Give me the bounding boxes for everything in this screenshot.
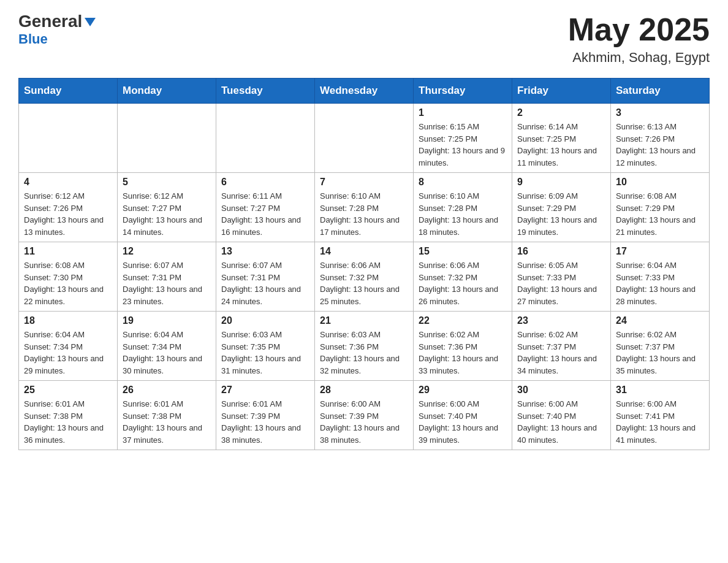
day-number: 6 <box>221 177 309 188</box>
day-info: Sunrise: 6:06 AM Sunset: 7:32 PM Dayligh… <box>419 259 507 307</box>
calendar-cell: 7Sunrise: 6:10 AM Sunset: 7:28 PM Daylig… <box>315 173 414 242</box>
calendar-cell: 29Sunrise: 6:00 AM Sunset: 7:40 PM Dayli… <box>414 381 512 450</box>
day-info: Sunrise: 6:08 AM Sunset: 7:30 PM Dayligh… <box>24 259 112 307</box>
day-number: 18 <box>24 315 112 326</box>
day-info: Sunrise: 6:11 AM Sunset: 7:27 PM Dayligh… <box>221 190 309 238</box>
calendar-cell: 30Sunrise: 6:00 AM Sunset: 7:40 PM Dayli… <box>512 381 611 450</box>
week-row-2: 4Sunrise: 6:12 AM Sunset: 7:26 PM Daylig… <box>19 173 710 242</box>
calendar-cell: 4Sunrise: 6:12 AM Sunset: 7:26 PM Daylig… <box>19 173 118 242</box>
day-info: Sunrise: 6:02 AM Sunset: 7:36 PM Dayligh… <box>419 329 507 377</box>
calendar-cell: 10Sunrise: 6:08 AM Sunset: 7:29 PM Dayli… <box>611 173 710 242</box>
day-info: Sunrise: 6:09 AM Sunset: 7:29 PM Dayligh… <box>517 190 605 238</box>
calendar-header-row: SundayMondayTuesdayWednesdayThursdayFrid… <box>19 79 710 104</box>
day-number: 27 <box>221 385 309 396</box>
calendar-cell: 21Sunrise: 6:03 AM Sunset: 7:36 PM Dayli… <box>315 312 414 381</box>
calendar-cell: 23Sunrise: 6:02 AM Sunset: 7:37 PM Dayli… <box>512 312 611 381</box>
calendar-cell: 1Sunrise: 6:15 AM Sunset: 7:25 PM Daylig… <box>414 104 512 173</box>
logo-general: General <box>18 12 82 31</box>
day-number: 10 <box>616 177 704 188</box>
day-number: 7 <box>320 177 408 188</box>
calendar-cell: 5Sunrise: 6:12 AM Sunset: 7:27 PM Daylig… <box>118 173 216 242</box>
calendar-cell: 12Sunrise: 6:07 AM Sunset: 7:31 PM Dayli… <box>118 242 216 312</box>
day-info: Sunrise: 6:14 AM Sunset: 7:25 PM Dayligh… <box>517 121 605 169</box>
day-number: 3 <box>616 107 704 118</box>
week-row-5: 25Sunrise: 6:01 AM Sunset: 7:38 PM Dayli… <box>19 381 710 450</box>
day-number: 22 <box>419 315 507 326</box>
day-number: 12 <box>123 246 211 257</box>
day-info: Sunrise: 6:00 AM Sunset: 7:40 PM Dayligh… <box>419 398 507 446</box>
day-number: 16 <box>517 246 605 257</box>
day-number: 19 <box>123 315 211 326</box>
day-number: 25 <box>24 385 112 396</box>
day-info: Sunrise: 6:04 AM Sunset: 7:33 PM Dayligh… <box>616 259 704 307</box>
day-info: Sunrise: 6:08 AM Sunset: 7:29 PM Dayligh… <box>616 190 704 238</box>
day-number: 2 <box>517 107 605 118</box>
day-info: Sunrise: 6:13 AM Sunset: 7:26 PM Dayligh… <box>616 121 704 169</box>
day-number: 24 <box>616 315 704 326</box>
calendar-table: SundayMondayTuesdayWednesdayThursdayFrid… <box>18 78 710 450</box>
calendar-cell: 19Sunrise: 6:04 AM Sunset: 7:34 PM Dayli… <box>118 312 216 381</box>
logo: General Blue <box>18 12 97 47</box>
day-number: 28 <box>320 385 408 396</box>
calendar-cell: 24Sunrise: 6:02 AM Sunset: 7:37 PM Dayli… <box>611 312 710 381</box>
logo-blue: Blue <box>18 31 48 47</box>
day-number: 11 <box>24 246 112 257</box>
day-header-sunday: Sunday <box>19 79 118 104</box>
calendar-cell: 8Sunrise: 6:10 AM Sunset: 7:28 PM Daylig… <box>414 173 512 242</box>
day-info: Sunrise: 6:15 AM Sunset: 7:25 PM Dayligh… <box>419 121 507 169</box>
day-info: Sunrise: 6:04 AM Sunset: 7:34 PM Dayligh… <box>123 329 211 377</box>
calendar-cell: 26Sunrise: 6:01 AM Sunset: 7:38 PM Dayli… <box>118 381 216 450</box>
day-number: 8 <box>419 177 507 188</box>
day-info: Sunrise: 6:07 AM Sunset: 7:31 PM Dayligh… <box>123 259 211 307</box>
calendar-cell: 20Sunrise: 6:03 AM Sunset: 7:35 PM Dayli… <box>216 312 315 381</box>
day-number: 9 <box>517 177 605 188</box>
calendar-cell: 2Sunrise: 6:14 AM Sunset: 7:25 PM Daylig… <box>512 104 611 173</box>
calendar-cell: 25Sunrise: 6:01 AM Sunset: 7:38 PM Dayli… <box>19 381 118 450</box>
day-number: 13 <box>221 246 309 257</box>
day-number: 4 <box>24 177 112 188</box>
day-number: 5 <box>123 177 211 188</box>
day-info: Sunrise: 6:10 AM Sunset: 7:28 PM Dayligh… <box>320 190 408 238</box>
day-info: Sunrise: 6:01 AM Sunset: 7:38 PM Dayligh… <box>123 398 211 446</box>
week-row-4: 18Sunrise: 6:04 AM Sunset: 7:34 PM Dayli… <box>19 312 710 381</box>
day-info: Sunrise: 6:06 AM Sunset: 7:32 PM Dayligh… <box>320 259 408 307</box>
day-info: Sunrise: 6:01 AM Sunset: 7:38 PM Dayligh… <box>24 398 112 446</box>
calendar-cell: 9Sunrise: 6:09 AM Sunset: 7:29 PM Daylig… <box>512 173 611 242</box>
day-info: Sunrise: 6:12 AM Sunset: 7:27 PM Dayligh… <box>123 190 211 238</box>
day-info: Sunrise: 6:07 AM Sunset: 7:31 PM Dayligh… <box>221 259 309 307</box>
day-number: 26 <box>123 385 211 396</box>
day-header-tuesday: Tuesday <box>216 79 315 104</box>
day-number: 30 <box>517 385 605 396</box>
day-info: Sunrise: 6:03 AM Sunset: 7:36 PM Dayligh… <box>320 329 408 377</box>
day-header-saturday: Saturday <box>611 79 710 104</box>
day-header-wednesday: Wednesday <box>315 79 414 104</box>
day-info: Sunrise: 6:00 AM Sunset: 7:41 PM Dayligh… <box>616 398 704 446</box>
day-number: 29 <box>419 385 507 396</box>
day-info: Sunrise: 6:00 AM Sunset: 7:39 PM Dayligh… <box>320 398 408 446</box>
calendar-cell: 17Sunrise: 6:04 AM Sunset: 7:33 PM Dayli… <box>611 242 710 312</box>
svg-marker-0 <box>85 18 96 26</box>
day-number: 17 <box>616 246 704 257</box>
day-number: 15 <box>419 246 507 257</box>
day-info: Sunrise: 6:10 AM Sunset: 7:28 PM Dayligh… <box>419 190 507 238</box>
calendar-cell: 16Sunrise: 6:05 AM Sunset: 7:33 PM Dayli… <box>512 242 611 312</box>
calendar-cell: 11Sunrise: 6:08 AM Sunset: 7:30 PM Dayli… <box>19 242 118 312</box>
page-header: General Blue May 2025 Akhmim, Sohag, Egy… <box>18 12 710 66</box>
day-number: 23 <box>517 315 605 326</box>
week-row-1: 1Sunrise: 6:15 AM Sunset: 7:25 PM Daylig… <box>19 104 710 173</box>
day-info: Sunrise: 6:02 AM Sunset: 7:37 PM Dayligh… <box>517 329 605 377</box>
logo-triangle-icon <box>83 15 97 29</box>
day-info: Sunrise: 6:01 AM Sunset: 7:39 PM Dayligh… <box>221 398 309 446</box>
calendar-cell: 18Sunrise: 6:04 AM Sunset: 7:34 PM Dayli… <box>19 312 118 381</box>
calendar-cell <box>19 104 118 173</box>
calendar-cell <box>118 104 216 173</box>
calendar-cell: 27Sunrise: 6:01 AM Sunset: 7:39 PM Dayli… <box>216 381 315 450</box>
day-header-friday: Friday <box>512 79 611 104</box>
day-header-monday: Monday <box>118 79 216 104</box>
calendar-cell: 6Sunrise: 6:11 AM Sunset: 7:27 PM Daylig… <box>216 173 315 242</box>
day-info: Sunrise: 6:05 AM Sunset: 7:33 PM Dayligh… <box>517 259 605 307</box>
calendar-cell: 28Sunrise: 6:00 AM Sunset: 7:39 PM Dayli… <box>315 381 414 450</box>
day-number: 31 <box>616 385 704 396</box>
calendar-cell <box>315 104 414 173</box>
day-info: Sunrise: 6:12 AM Sunset: 7:26 PM Dayligh… <box>24 190 112 238</box>
